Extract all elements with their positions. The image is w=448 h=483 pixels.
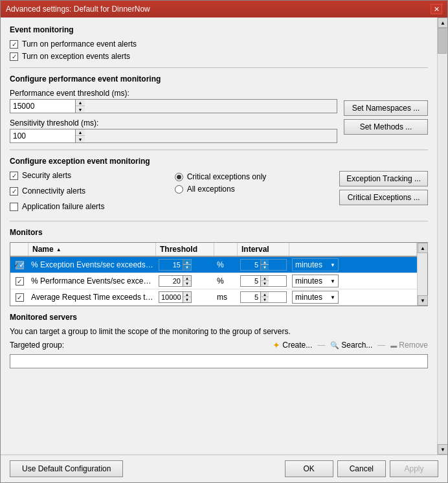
row3-interval-unit-value: minutes — [295, 293, 322, 302]
row1-checkbox[interactable]: ✓ — [16, 261, 24, 269]
threshold-spinner[interactable]: ▲ ▼ — [10, 99, 337, 113]
row2-interval-spinner[interactable]: ▲ ▼ — [240, 275, 287, 287]
row2-interval-unit-select[interactable]: minutes ▼ — [292, 275, 339, 287]
scroll-down-btn[interactable]: ▼ — [438, 444, 447, 455]
col-header-interval: Interval — [238, 243, 289, 256]
sensitivity-spinner[interactable]: ▲ ▼ — [10, 129, 337, 143]
row1-unit: % — [214, 259, 238, 271]
table-row[interactable]: % Performance Events/sec excee... ▲ ▼ % — [10, 273, 417, 289]
table-row[interactable]: Average Request Time exceeds th... ▲ ▼ m… — [10, 289, 417, 306]
create-label[interactable]: Create... — [282, 341, 312, 350]
row3-interval-spinner[interactable]: ▲ ▼ — [240, 291, 287, 303]
remove-label[interactable]: Remove — [399, 341, 428, 350]
row3-interval-down[interactable]: ▼ — [261, 297, 269, 302]
row1-dropdown-icon: ▼ — [330, 262, 335, 268]
main-scrollbar[interactable]: ▲ ▼ — [437, 17, 447, 455]
checkbox-exception-alerts[interactable] — [10, 52, 18, 61]
use-default-button[interactable]: Use Default Configuration — [10, 460, 123, 477]
critical-exceptions-button[interactable]: Critical Exceptions ... — [339, 190, 428, 205]
set-namespaces-button[interactable]: Set Namespaces ... — [344, 100, 428, 116]
row1-check[interactable]: ✓ — [10, 261, 28, 269]
row3-threshold-spinner[interactable]: ▲ ▼ — [159, 291, 192, 303]
row1-interval-spinner[interactable]: ▲ ▼ — [240, 259, 287, 271]
row2-dropdown-icon: ▼ — [330, 278, 335, 284]
scroll-track[interactable] — [438, 28, 447, 444]
sensitivity-down[interactable]: ▼ — [76, 136, 85, 142]
row3-checkbox[interactable] — [16, 293, 24, 302]
table-scroll-up[interactable]: ▲ — [418, 243, 428, 253]
checkbox-security-label: Security alerts — [22, 171, 71, 180]
content-area: Event monitoring Turn on performance eve… — [1, 17, 447, 455]
remove-icon: ▬ — [390, 342, 397, 349]
row1-interval-unit-select[interactable]: minutes ▼ — [292, 258, 339, 271]
row3-check[interactable] — [10, 293, 28, 302]
close-button[interactable]: ✕ — [431, 4, 442, 14]
row3-interval-cell: ▲ ▼ — [238, 290, 289, 304]
search-button[interactable]: 🔍 Search... — [330, 341, 372, 350]
targeted-group-label: Targeted group: — [10, 341, 64, 350]
row3-unit: ms — [214, 291, 238, 303]
row1-threshold-spinner[interactable]: ▲ ▼ — [159, 259, 192, 271]
threshold-up[interactable]: ▲ — [76, 100, 85, 106]
checkbox-appfailure-label: Application failure alerts — [22, 202, 104, 211]
row1-name: % Exception Events/sec exceeds ... — [28, 259, 156, 271]
row2-threshold-down[interactable]: ▼ — [183, 281, 191, 286]
col-header-name[interactable]: Name ▲ — [28, 243, 156, 256]
row3-interval-unit-select[interactable]: minutes ▼ — [292, 291, 339, 304]
row1-interval-input[interactable] — [241, 260, 260, 270]
create-button[interactable]: ✦ Create... — [273, 340, 312, 350]
row2-interval-input[interactable] — [241, 276, 260, 286]
scroll-up-btn[interactable]: ▲ — [438, 17, 447, 28]
row1-threshold-down[interactable]: ▼ — [183, 265, 191, 270]
row2-unit: % — [214, 275, 238, 287]
search-label[interactable]: Search... — [341, 341, 372, 350]
row2-check[interactable] — [10, 277, 28, 286]
targeted-group-input[interactable] — [10, 354, 428, 368]
checkbox-connectivity[interactable] — [10, 187, 18, 196]
row2-threshold-up[interactable]: ▲ — [183, 276, 191, 281]
row1-threshold-cell: ▲ ▼ — [156, 258, 214, 272]
event-monitoring-title: Event monitoring — [10, 25, 428, 34]
checkbox-appfailure[interactable] — [10, 203, 18, 211]
row3-threshold-input[interactable] — [159, 292, 183, 302]
main-window: Advanced settings: Default for DinnerNow… — [0, 0, 448, 483]
action-sep-1: — — [317, 341, 325, 350]
cancel-button[interactable]: Cancel — [337, 460, 386, 477]
monitors-table-header: Name ▲ Threshold Interval — [10, 243, 417, 257]
row1-interval-up[interactable]: ▲ — [261, 260, 269, 265]
scroll-thumb[interactable] — [438, 28, 447, 54]
set-methods-button[interactable]: Set Methods ... — [344, 119, 428, 135]
radio-critical[interactable] — [175, 173, 183, 181]
row2-interval-down[interactable]: ▼ — [261, 281, 269, 286]
sensitivity-input[interactable] — [10, 129, 75, 142]
row3-threshold-down[interactable]: ▼ — [183, 297, 191, 302]
exception-tracking-button[interactable]: Exception Tracking ... — [339, 171, 428, 186]
table-row[interactable]: ✓ % Exception Events/sec exceeds ... ▲ ▼ — [10, 257, 417, 273]
row2-threshold-spinner[interactable]: ▲ ▼ — [159, 275, 192, 287]
window-title: Advanced settings: Default for DinnerNow — [6, 5, 150, 14]
row2-checkbox[interactable] — [16, 277, 24, 286]
apply-button[interactable]: Apply — [390, 460, 438, 477]
radio-all[interactable] — [175, 185, 183, 194]
checkbox-connectivity-label: Connectivity alerts — [22, 186, 85, 196]
row1-threshold-input[interactable] — [159, 260, 183, 270]
threshold-input[interactable] — [10, 100, 75, 113]
sensitivity-up[interactable]: ▲ — [76, 129, 85, 136]
monitors-table-scrollbar[interactable]: ▲ ▼ — [417, 243, 427, 306]
checkbox-security[interactable] — [10, 172, 18, 180]
row1-interval-down[interactable]: ▼ — [261, 265, 269, 270]
threshold-label: Performance event threshold (ms): — [10, 89, 337, 98]
threshold-down[interactable]: ▼ — [76, 106, 85, 113]
ok-button[interactable]: OK — [285, 460, 333, 477]
col-header-interval-unit — [289, 243, 417, 256]
row3-interval-input[interactable] — [241, 292, 260, 302]
remove-button[interactable]: ▬ Remove — [390, 341, 428, 350]
radio-critical-row: Critical exceptions only — [175, 172, 330, 181]
checkbox-perf-alerts[interactable] — [10, 40, 18, 49]
row3-threshold-up[interactable]: ▲ — [183, 292, 191, 297]
row2-interval-up[interactable]: ▲ — [261, 276, 269, 281]
row3-interval-up[interactable]: ▲ — [261, 292, 269, 297]
row1-threshold-up[interactable]: ▲ — [183, 260, 191, 265]
row2-threshold-input[interactable] — [159, 276, 183, 286]
table-scroll-down[interactable]: ▼ — [418, 295, 428, 306]
